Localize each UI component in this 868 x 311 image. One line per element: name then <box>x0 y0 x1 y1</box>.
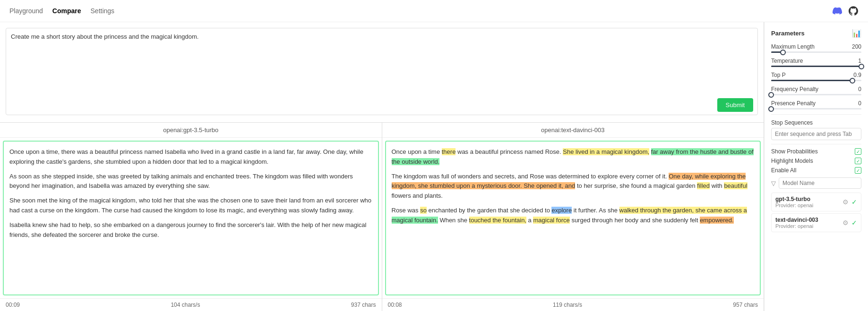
max-length-param: Maximum Length 200 <box>771 43 861 53</box>
frequency-penalty-value: 0 <box>858 86 861 92</box>
model-filter-input[interactable] <box>779 177 861 189</box>
panel-1-body: Once upon a time, there was a beautiful … <box>3 141 379 295</box>
discord-icon[interactable] <box>832 6 842 16</box>
model-davinci-settings-icon[interactable]: ⚙ <box>842 219 849 227</box>
panel-2-para-2: The kingdom was full of wonders and secr… <box>392 172 755 201</box>
main-layout: Create me a short story about the prince… <box>0 22 868 311</box>
max-length-slider-thumb[interactable] <box>780 50 786 55</box>
top-p-slider-track[interactable] <box>771 80 861 81</box>
nav-bar: Playground Compare Settings <box>0 0 868 22</box>
nav-compare[interactable]: Compare <box>52 7 81 15</box>
hl-explore: explore <box>551 207 572 214</box>
panel-2-body: Once upon a time there was a beautiful p… <box>385 141 761 295</box>
model-gpt35-check[interactable]: ✓ <box>851 198 857 206</box>
frequency-penalty-slider-thumb[interactable] <box>768 92 774 98</box>
presence-penalty-slider-thumb[interactable] <box>768 106 774 112</box>
panel-1-para-2: As soon as she stepped inside, she was g… <box>9 172 372 192</box>
panel-1-header: openai:gpt-3.5-turbo <box>0 123 382 138</box>
hl-walked: walked through the garden, she came acro… <box>619 207 747 214</box>
panel-2-para-3: Rose was so enchanted by the garden that… <box>392 206 755 226</box>
presence-penalty-param: Presence Penalty 0 <box>771 100 861 109</box>
submit-button[interactable]: Submit <box>717 98 753 112</box>
hl-there: there <box>442 148 456 155</box>
stop-sequences-label: Stop Sequences <box>771 119 861 126</box>
model-gpt35-name: gpt-3.5-turbo <box>775 196 813 202</box>
enable-all-row: Enable All <box>771 167 861 174</box>
nav-icons-group <box>832 6 859 16</box>
enable-all-label: Enable All <box>771 167 796 174</box>
panel-1-time: 00:09 <box>6 302 20 308</box>
show-probabilities-checkbox[interactable] <box>855 148 861 155</box>
panel-1-para-4: Isabella knew she had to help, so she em… <box>9 220 372 240</box>
highlight-models-row: Highlight Models <box>771 158 861 164</box>
prompt-input[interactable]: Create me a short story about the prince… <box>6 28 758 115</box>
content-area: Create me a short story about the prince… <box>0 22 764 311</box>
divider-1 <box>771 114 861 115</box>
model-davinci-check[interactable]: ✓ <box>851 219 857 227</box>
panel-2-para-1: Once upon a time there was a beautiful p… <box>392 147 755 167</box>
top-p-label: Top P <box>771 72 786 78</box>
chart-icon: 📊 <box>852 29 861 38</box>
hl-magical-fountain: magical fountain. <box>392 217 438 224</box>
compare-area: openai:gpt-3.5-turbo Once upon a time, t… <box>0 123 764 311</box>
highlight-models-checkbox[interactable] <box>855 158 861 164</box>
panel-2-speed: 119 chars/s <box>553 302 582 308</box>
github-icon[interactable] <box>848 6 859 16</box>
max-length-value: 200 <box>852 43 861 50</box>
model-davinci-provider: Provider: openai <box>775 223 818 229</box>
stop-sequences-input[interactable] <box>771 128 861 140</box>
top-p-value: 0.9 <box>853 72 861 78</box>
panel-2-time: 00:08 <box>388 302 402 308</box>
temperature-slider-fill <box>771 66 861 67</box>
max-length-label: Maximum Length <box>771 43 815 50</box>
hl-magical-force: magical force <box>533 217 569 224</box>
presence-penalty-value: 0 <box>858 100 861 107</box>
panel-1-para-1: Once upon a time, there was a beautiful … <box>9 147 372 167</box>
filter-icon: ▽ <box>771 180 776 187</box>
hl-filled: filled <box>697 182 710 189</box>
temperature-slider-track[interactable] <box>771 66 861 67</box>
model-davinci-name: text-davinci-003 <box>775 217 818 223</box>
temperature-label: Temperature <box>771 58 803 64</box>
presence-penalty-slider-track[interactable] <box>771 108 861 109</box>
hl-one-day: One day, while exploring the kingdom, sh… <box>392 173 746 190</box>
sidebar: Parameters 📊 Maximum Length 200 Temperat… <box>764 22 868 311</box>
panel-2-header: openai:text-davinci-003 <box>382 123 764 138</box>
divider-2 <box>771 144 861 144</box>
frequency-penalty-label: Frequency Penalty <box>771 86 818 92</box>
top-p-slider-fill <box>771 80 852 81</box>
panel-1-para-3: She soon met the king of the magical kin… <box>9 196 372 216</box>
model-gpt35-settings-icon[interactable]: ⚙ <box>842 198 849 206</box>
nav-playground[interactable]: Playground <box>9 7 43 15</box>
prompt-section: Create me a short story about the prince… <box>0 22 764 123</box>
highlight-models-label: Highlight Models <box>771 158 813 164</box>
hl-empowered: empowered. <box>700 217 734 224</box>
show-probabilities-row: Show Probabilities <box>771 148 861 155</box>
model-filter-row: ▽ <box>771 177 861 189</box>
hl-touched: touched the fountain, <box>469 217 526 224</box>
model-item-davinci: text-davinci-003 Provider: openai ⚙ ✓ <box>771 213 861 232</box>
model-gpt35-provider: Provider: openai <box>775 202 813 208</box>
panel-davinci: openai:text-davinci-003 Once upon a time… <box>382 123 764 311</box>
panel-2-footer: 00:08 119 chars/s 957 chars <box>382 298 764 311</box>
panel-gpt35: openai:gpt-3.5-turbo Once upon a time, t… <box>0 123 382 311</box>
frequency-penalty-slider-track[interactable] <box>771 94 861 95</box>
panel-1-footer: 00:09 104 chars/s 937 chars <box>0 298 382 311</box>
max-length-slider-track[interactable] <box>771 51 861 53</box>
top-p-param: Top P 0.9 <box>771 72 861 81</box>
panel-1-chars: 937 chars <box>351 302 376 308</box>
top-p-slider-thumb[interactable] <box>850 78 855 84</box>
hl-beautiful: beautiful <box>724 182 747 189</box>
hl-she-lived: She lived in a magical kingdom, <box>563 148 649 155</box>
nav-settings[interactable]: Settings <box>91 7 115 15</box>
model-item-gpt35: gpt-3.5-turbo Provider: openai ⚙ ✓ <box>771 193 861 211</box>
presence-penalty-label: Presence Penalty <box>771 100 816 107</box>
temperature-param: Temperature 1 <box>771 58 861 67</box>
hl-so: so <box>420 207 427 214</box>
panel-2-chars: 957 chars <box>733 302 758 308</box>
temperature-slider-thumb[interactable] <box>859 64 864 69</box>
panel-1-speed: 104 chars/s <box>171 302 200 308</box>
enable-all-checkbox[interactable] <box>855 167 861 174</box>
show-probabilities-label: Show Probabilities <box>771 148 818 155</box>
frequency-penalty-param: Frequency Penalty 0 <box>771 86 861 95</box>
